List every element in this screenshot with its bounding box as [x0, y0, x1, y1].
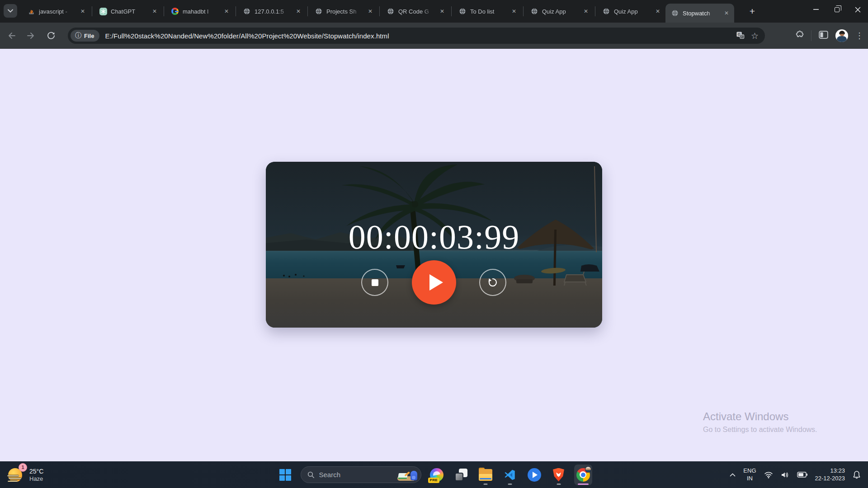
system-tray: ENG IN 13:23 22-12-2023 [730, 461, 868, 488]
close-icon[interactable]: ✕ [582, 7, 590, 15]
task-view-button[interactable] [452, 465, 470, 485]
toolbar-actions: ⋮ [794, 28, 863, 44]
tab-title: Stopwatch [683, 10, 719, 17]
stopwatch-card: 00:00:03:99 [266, 162, 602, 328]
bookmark-star-icon[interactable]: ☆ [751, 31, 759, 41]
language-line2: IN [743, 475, 756, 482]
tray-overflow-chevron[interactable] [730, 473, 736, 477]
globe-icon [243, 7, 251, 15]
file-explorer-button[interactable] [476, 465, 495, 485]
stop-icon [372, 279, 378, 286]
notification-bell-icon[interactable] [853, 470, 861, 479]
tab-stopwatch-active[interactable]: Stopwatch ✕ [665, 4, 734, 23]
tab-separator [164, 6, 164, 16]
brave-icon [552, 468, 565, 482]
tray-date: 22-12-2023 [815, 475, 845, 483]
globe-icon [671, 9, 679, 17]
tab-quiz-app-1[interactable]: Quiz App ✕ [525, 0, 594, 23]
browser-toolbar: ⓘ File E:/Full%20stack%20Nanded/New%20fo… [0, 23, 868, 49]
minimize-button[interactable] [806, 0, 826, 19]
tab-mahadbt[interactable]: mahadbt l ✕ [165, 0, 234, 23]
restore-button[interactable] [826, 0, 847, 19]
tab-javascript[interactable]: javascript - ✕ [22, 0, 90, 23]
activate-windows-watermark: Activate Windows Go to Settings to activ… [703, 410, 817, 434]
volume-icon[interactable] [781, 471, 789, 479]
search-placeholder: Search [319, 471, 393, 479]
activate-windows-line1: Activate Windows [703, 410, 817, 423]
profile-avatar[interactable] [835, 29, 848, 42]
brave-button[interactable] [550, 465, 568, 485]
clock-widget[interactable]: 13:23 22-12-2023 [815, 467, 845, 483]
running-indicator [557, 483, 561, 485]
tab-quiz-app-2[interactable]: Quiz App ✕ [597, 0, 665, 23]
tab-title: QR Code G [398, 8, 434, 15]
close-icon[interactable]: ✕ [79, 7, 87, 15]
play-icon [429, 274, 443, 291]
search-highlight-graphic [397, 468, 418, 482]
reset-icon [487, 277, 499, 288]
side-panel-icon[interactable] [819, 31, 828, 41]
wifi-icon[interactable] [764, 471, 773, 479]
tab-separator [523, 6, 524, 16]
screen: javascript - ✕ ChatGPT ✕ mahadbt l ✕ [0, 0, 868, 488]
stop-button[interactable] [361, 269, 388, 296]
active-running-indicator [578, 483, 589, 485]
close-icon[interactable]: ✕ [294, 7, 302, 15]
translate-icon[interactable]: G [736, 31, 745, 41]
preview-badge: PRE [428, 478, 439, 483]
task-view-icon [455, 469, 467, 481]
close-window-button[interactable] [847, 0, 868, 19]
tab-title: Quiz App [542, 8, 578, 15]
stackoverflow-icon [27, 7, 35, 15]
close-icon[interactable]: ✕ [510, 7, 518, 15]
address-bar[interactable]: ⓘ File E:/Full%20stack%20Nanded/New%20fo… [68, 28, 765, 44]
reload-button[interactable] [43, 28, 59, 43]
extensions-icon[interactable] [794, 30, 804, 42]
site-chip-label: File [84, 33, 94, 39]
close-icon[interactable]: ✕ [151, 7, 159, 15]
reset-button[interactable] [479, 269, 506, 296]
tab-separator [451, 6, 452, 16]
start-button[interactable] [276, 465, 294, 485]
battery-icon[interactable] [797, 472, 807, 478]
language-indicator[interactable]: ENG IN [743, 467, 756, 482]
tab-chatgpt[interactable]: ChatGPT ✕ [94, 0, 162, 23]
chrome-button-active[interactable] [574, 465, 592, 485]
copilot-app-button[interactable]: PRE [428, 465, 446, 485]
tab-search-chevron-button[interactable] [4, 4, 17, 18]
close-icon[interactable]: ✕ [222, 7, 231, 15]
chatgpt-icon [99, 7, 107, 15]
browser-menu-icon[interactable]: ⋮ [855, 32, 863, 40]
tab-title: ChatGPT [111, 8, 147, 15]
close-icon[interactable]: ✕ [366, 7, 374, 15]
vscode-button[interactable] [501, 465, 519, 485]
new-tab-button[interactable]: + [746, 5, 759, 18]
tab-separator [595, 6, 595, 16]
close-icon[interactable]: ✕ [722, 9, 731, 17]
tab-projects[interactable]: Projects Sh ✕ [309, 0, 378, 23]
tab-todolist[interactable]: To Do list ✕ [453, 0, 522, 23]
close-icon[interactable]: ✕ [654, 7, 662, 15]
search-icon [307, 471, 315, 479]
tab-title: Projects Sh [326, 8, 363, 15]
tray-time: 13:23 [815, 467, 845, 475]
tab-qrcode[interactable]: QR Code G ✕ [381, 0, 450, 23]
tab-strip: javascript - ✕ ChatGPT ✕ mahadbt l ✕ [22, 0, 734, 23]
play-button[interactable] [412, 260, 456, 305]
browser-tab-bar: javascript - ✕ ChatGPT ✕ mahadbt l ✕ [0, 0, 868, 23]
globe-icon [315, 7, 323, 15]
close-icon[interactable]: ✕ [438, 7, 446, 15]
forward-button[interactable] [24, 28, 39, 43]
back-button[interactable] [4, 28, 19, 43]
chevron-down-icon [8, 9, 13, 13]
site-info-chip[interactable]: ⓘ File [71, 30, 99, 42]
toolbar-separator [811, 30, 811, 41]
google-icon [171, 7, 179, 15]
tab-title: Quiz App [614, 8, 650, 15]
tab-separator [307, 6, 308, 16]
media-player-button[interactable] [525, 465, 543, 485]
tab-localhost[interactable]: 127.0.0.1:5 ✕ [237, 0, 306, 23]
taskbar-search-box[interactable]: Search [301, 466, 421, 483]
window-controls [806, 0, 868, 19]
stopwatch-controls [266, 162, 602, 328]
